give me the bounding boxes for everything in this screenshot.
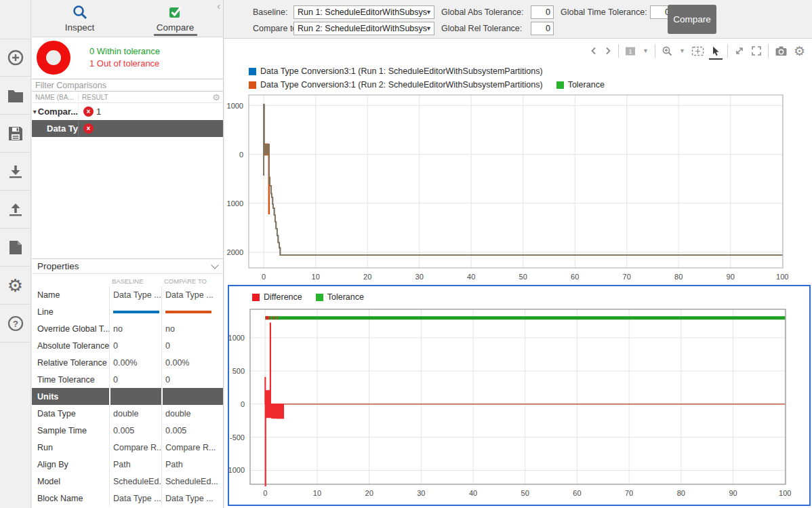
property-baseline-value[interactable]: no: [109, 320, 161, 337]
column-settings-icon[interactable]: ⚙: [212, 93, 220, 102]
svg-text:20: 20: [365, 489, 373, 497]
gear-icon: ⚙: [7, 277, 23, 294]
property-baseline-value[interactable]: Path: [109, 456, 161, 473]
svg-text:80: 80: [677, 489, 685, 497]
difference-chart[interactable]: 0102030405060708090100-1000-50005001000: [229, 304, 807, 502]
svg-text:1: 1: [629, 48, 632, 55]
property-compareto-value[interactable]: Compare R...: [161, 439, 223, 456]
subplot-layout-icon[interactable]: 1: [625, 46, 636, 56]
svg-text:70: 70: [625, 489, 633, 497]
property-baseline-value[interactable]: [109, 388, 161, 405]
zoom-dropdown-icon[interactable]: ▼: [679, 47, 685, 54]
svg-text:40: 40: [467, 273, 475, 281]
next-icon[interactable]: [604, 46, 612, 56]
svg-text:90: 90: [729, 489, 737, 497]
compare-run-dropdown[interactable]: Run 2: ScheduleEditorWithSubsys ▼: [293, 22, 434, 35]
add-icon: [7, 49, 24, 66]
fit-to-view-icon[interactable]: [691, 46, 704, 56]
open-button[interactable]: [0, 77, 31, 115]
legend-swatch-icon: [249, 81, 256, 89]
property-compareto-value[interactable]: Data Type ...: [161, 286, 223, 303]
property-compareto-value[interactable]: double: [161, 405, 223, 422]
property-row-model: ModelScheduleEd...ScheduleEd...: [32, 473, 223, 490]
comparison-signal-row[interactable]: Data Ty ×: [32, 120, 223, 137]
fullscreen-icon[interactable]: [751, 45, 762, 56]
tab-compare[interactable]: Compare: [127, 0, 223, 37]
column-result-header[interactable]: RESULT: [79, 94, 212, 101]
global-abs-tolerance-label: Global Abs Tolerance:: [441, 7, 523, 17]
property-compareto-value[interactable]: ScheduleEd...: [161, 473, 223, 490]
import-button[interactable]: [0, 153, 31, 191]
property-row-time-tolerance: Time Tolerance00: [32, 371, 223, 388]
property-compareto-value[interactable]: 0: [161, 337, 223, 354]
baseline-line-swatch[interactable]: [113, 311, 159, 313]
difference-chart-panel[interactable]: DifferenceTolerance 01020304050607080901…: [228, 285, 811, 506]
property-baseline-value[interactable]: 0.00%: [109, 354, 161, 371]
comparison-group-row[interactable]: ▾ Compar... × 1: [32, 103, 223, 120]
compare-button[interactable]: Compare: [668, 5, 716, 34]
tab-inspect[interactable]: Inspect: [32, 0, 127, 37]
expand-arrow-icon[interactable]: ▾: [32, 108, 38, 115]
property-compareto-value[interactable]: 0.00%: [161, 354, 223, 371]
compareto-line-swatch[interactable]: [165, 311, 211, 313]
property-compareto-value[interactable]: [161, 303, 223, 320]
preferences-button[interactable]: ⚙: [0, 267, 31, 305]
tab-compare-label: Compare: [157, 22, 195, 33]
group-row-count: 1: [96, 106, 101, 117]
property-baseline-value[interactable]: 0.005: [109, 422, 161, 439]
baseline-run-dropdown[interactable]: Run 1: ScheduleEditorWithSubsys ▼: [293, 5, 434, 19]
zoom-in-icon[interactable]: [662, 45, 673, 57]
legend-item: Data Type Conversion3:1 (Run 2: Schedule…: [249, 80, 543, 90]
save-button[interactable]: [0, 115, 31, 153]
property-compareto-value[interactable]: Path: [161, 456, 223, 473]
create-report-button[interactable]: [0, 229, 31, 267]
compare-toolbar: Baseline: Run 1: ScheduleEditorWithSubsy…: [224, 0, 812, 39]
property-label: Relative Tolerance: [32, 354, 109, 371]
property-row-relative-tolerance: Relative Tolerance0.00%0.00%: [32, 354, 223, 371]
property-compareto-value[interactable]: 0.005: [161, 422, 223, 439]
layout-dropdown-icon[interactable]: ▼: [643, 47, 649, 54]
global-rel-tolerance-label: Global Rel Tolerance:: [441, 24, 522, 33]
out-of-tolerance-badge: ×: [83, 123, 94, 134]
property-baseline-value[interactable]: 0: [109, 371, 161, 388]
property-compareto-value[interactable]: no: [161, 320, 223, 337]
property-baseline-value[interactable]: Data Type ...: [109, 490, 161, 507]
property-row-units: Units: [32, 388, 223, 405]
pointer-tool-icon[interactable]: [710, 45, 721, 57]
column-name-header[interactable]: NAME (BA...: [32, 94, 79, 101]
top-chart-legend: Data Type Conversion3:1 (Run 1: Schedule…: [249, 64, 605, 92]
property-baseline-value[interactable]: Data Type ...: [109, 286, 161, 303]
previous-icon[interactable]: [590, 46, 598, 56]
property-baseline-value[interactable]: ScheduleEd...: [109, 473, 161, 490]
property-baseline-value[interactable]: [109, 303, 161, 320]
top-chart[interactable]: 0102030405060708090100-2000-100001000: [226, 90, 811, 283]
open-in-figure-icon[interactable]: [734, 45, 745, 56]
property-baseline-value[interactable]: 0: [109, 337, 161, 354]
snapshot-camera-icon[interactable]: [775, 45, 788, 56]
compare-to-label: Compare to:: [253, 24, 300, 33]
collapse-panel-icon[interactable]: ‹: [217, 1, 220, 11]
property-row-absolute-tolerance: Absolute Tolerance00: [32, 337, 223, 354]
property-baseline-value[interactable]: Compare R...: [109, 439, 161, 456]
svg-text:60: 60: [573, 489, 581, 497]
svg-text:50: 50: [521, 489, 529, 497]
global-rel-tolerance-input[interactable]: [531, 22, 554, 35]
property-baseline-value[interactable]: double: [109, 405, 161, 422]
property-row-name: NameData Type ...Data Type ...: [32, 286, 223, 303]
export-button[interactable]: [0, 191, 31, 229]
property-label: Time Tolerance: [32, 371, 109, 388]
filter-comparisons-input[interactable]: [32, 79, 223, 92]
property-compareto-value[interactable]: 0: [161, 371, 223, 388]
properties-title: Properties: [37, 261, 79, 271]
help-button[interactable]: ?: [0, 305, 31, 343]
group-row-label: Compar...: [38, 106, 78, 117]
plot-settings-gear-icon[interactable]: ⚙: [794, 45, 805, 58]
add-button[interactable]: [0, 39, 31, 77]
property-label: Line: [32, 303, 109, 320]
property-compareto-value[interactable]: [161, 388, 223, 405]
property-compareto-value[interactable]: Data Type ...: [161, 490, 223, 507]
properties-panel: Properties BASELINE COMPARE TO NameData …: [32, 258, 223, 508]
global-abs-tolerance-input[interactable]: [531, 5, 554, 19]
chevron-down-icon[interactable]: [211, 261, 218, 269]
legend-label: Difference: [264, 292, 302, 302]
